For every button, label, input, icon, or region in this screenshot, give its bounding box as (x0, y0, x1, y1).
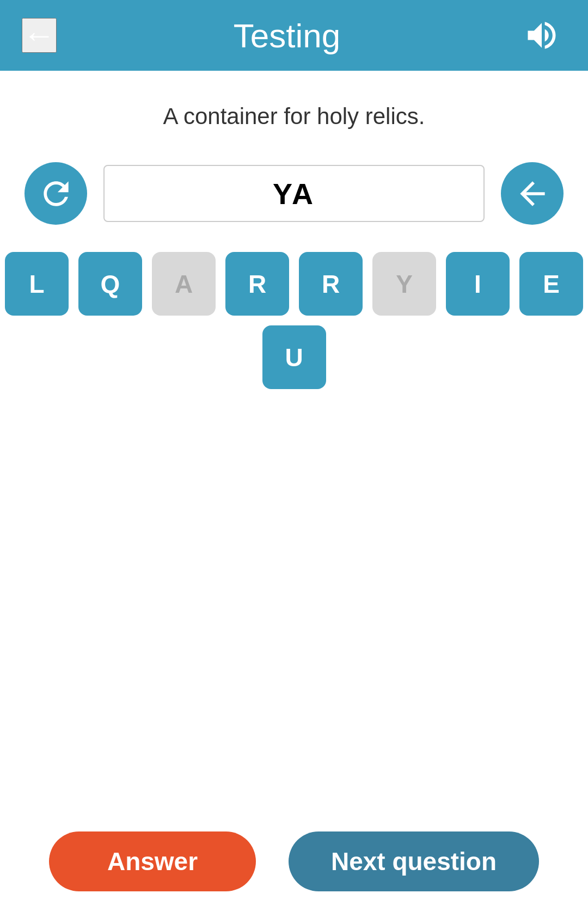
undo-button[interactable] (501, 162, 564, 225)
key-button-R-4[interactable]: R (299, 252, 363, 316)
reset-button[interactable] (24, 162, 87, 225)
key-button-A-2: A (152, 252, 216, 316)
key-button-Q-1[interactable]: Q (78, 252, 142, 316)
header: ← Testing (0, 0, 588, 71)
next-question-button[interactable]: Next question (289, 831, 539, 891)
sound-icon (523, 17, 560, 54)
input-row: YA (22, 162, 566, 225)
key-button-R-3[interactable]: R (225, 252, 289, 316)
question-text: A container for holy relics. (163, 103, 425, 130)
keyboard-row-1: LQARRYIE (5, 252, 583, 316)
refresh-icon (38, 175, 75, 212)
answer-input-value: YA (273, 177, 315, 211)
keyboard-area: LQARRYIE U (22, 252, 566, 389)
key-button-U-row2-0[interactable]: U (262, 325, 326, 389)
answer-button[interactable]: Answer (49, 831, 256, 891)
bottom-bar: Answer Next question (0, 831, 588, 891)
key-button-E-7[interactable]: E (519, 252, 583, 316)
key-button-Y-5: Y (372, 252, 436, 316)
back-button[interactable]: ← (22, 18, 57, 53)
answer-input-box: YA (103, 165, 485, 222)
key-button-L-0[interactable]: L (5, 252, 69, 316)
page-title: Testing (234, 16, 340, 55)
undo-icon (514, 175, 551, 212)
sound-button[interactable] (517, 11, 566, 60)
keyboard-row-2: U (262, 325, 326, 389)
main-content: A container for holy relics. YA LQARRYIE… (0, 71, 588, 389)
key-button-I-6[interactable]: I (446, 252, 510, 316)
